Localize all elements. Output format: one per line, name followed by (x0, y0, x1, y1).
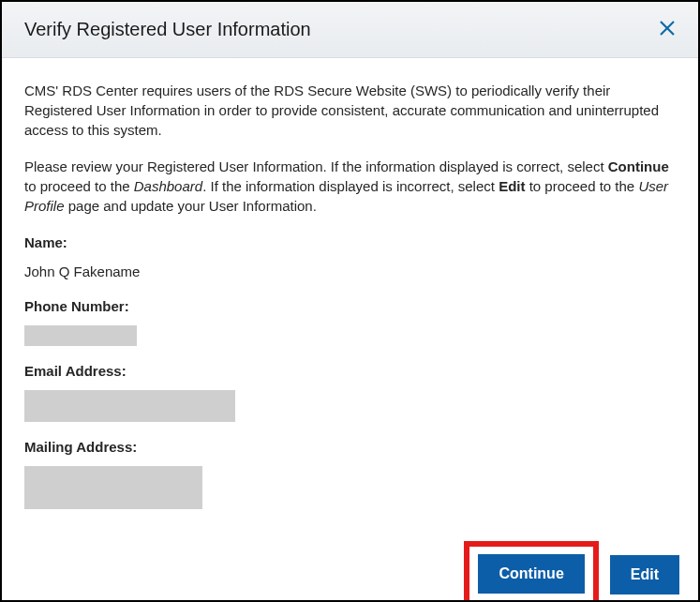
continue-highlight: Continue (464, 541, 598, 602)
intro-italic-dashboard: Dashboard (134, 178, 202, 194)
intro-text: . If the information displayed is incorr… (202, 178, 499, 194)
intro-paragraph-2: Please review your Registered User Infor… (24, 157, 676, 216)
email-label: Email Address: (24, 361, 676, 381)
intro-text: to proceed to the (24, 178, 134, 194)
intro-paragraph-1: CMS' RDS Center requires users of the RD… (24, 81, 676, 140)
modal-title: Verify Registered User Information (24, 19, 311, 40)
intro-text: Please review your Registered User Infor… (24, 158, 608, 174)
intro-text: page and update your User Information. (65, 198, 317, 214)
edit-button[interactable]: Edit (610, 555, 679, 594)
name-value: John Q Fakename (24, 262, 676, 281)
mailing-label: Mailing Address: (24, 437, 676, 457)
close-icon[interactable] (659, 20, 676, 40)
phone-value-redacted (24, 325, 137, 346)
intro-text: to proceed to the (525, 178, 638, 194)
modal-header: Verify Registered User Information (2, 2, 698, 58)
continue-button[interactable]: Continue (478, 554, 584, 594)
name-label: Name: (24, 233, 676, 252)
email-value-redacted (24, 390, 235, 422)
intro-bold-edit: Edit (499, 178, 525, 194)
mailing-value-redacted (24, 466, 202, 509)
phone-label: Phone Number: (24, 296, 676, 316)
modal-footer: Continue Edit (2, 534, 698, 602)
intro-bold-continue: Continue (608, 158, 669, 174)
modal-body: CMS' RDS Center requires users of the RD… (2, 58, 698, 534)
